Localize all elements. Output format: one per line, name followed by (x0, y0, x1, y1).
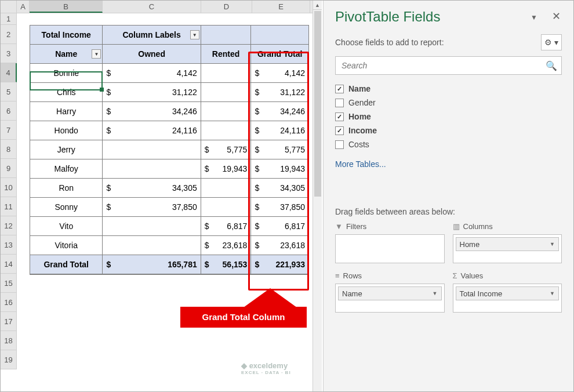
column-header-A[interactable]: A (17, 1, 30, 13)
pivot-rented-9[interactable]: $23,618 (201, 236, 252, 255)
pivot-total-0[interactable]: $4,142 (251, 64, 308, 83)
pivot-rented-8[interactable]: $6,817 (201, 217, 252, 236)
pivot-name-2[interactable]: Harry (30, 102, 103, 121)
pivot-total-7[interactable]: $37,850 (251, 198, 308, 217)
pivot-grand-rented[interactable]: $56,153 (201, 255, 252, 274)
pivot-name-8[interactable]: Vito (30, 217, 103, 236)
row-labels-dropdown-icon[interactable]: ▼ (92, 49, 101, 59)
pivot-name-7[interactable]: Sonny (30, 198, 103, 217)
row-header-19[interactable]: 19 (1, 350, 17, 369)
checkbox-icon[interactable] (335, 99, 344, 107)
pivot-name-3[interactable]: Hondo (30, 121, 103, 140)
pivot-empty-d[interactable] (201, 26, 252, 45)
checkbox-icon[interactable]: ✓ (335, 112, 344, 121)
pivot-grand-total[interactable]: $221,933 (251, 255, 308, 274)
column-labels-dropdown-icon[interactable]: ▼ (190, 30, 199, 39)
row-header-9[interactable]: 9 (1, 159, 17, 178)
checkbox-icon[interactable] (335, 140, 344, 149)
field-item-income[interactable]: ✓Income (335, 124, 562, 137)
pivot-name-6[interactable]: Ron (30, 179, 103, 198)
pivot-empty-e[interactable] (251, 26, 308, 45)
pivot-name-1[interactable]: Chris (30, 83, 103, 102)
pivot-owned-7[interactable]: $37,850 (103, 198, 201, 217)
columns-pill-home[interactable]: Home▼ (456, 237, 560, 251)
checkbox-icon[interactable]: ✓ (335, 85, 344, 93)
column-header-C[interactable]: C (103, 1, 201, 13)
pivot-name-5[interactable]: Malfoy (30, 159, 103, 179)
row-header-12[interactable]: 12 (1, 216, 17, 235)
pivot-col-grandtotal[interactable]: Grand Total (251, 45, 308, 64)
pivot-col-owned[interactable]: Owned (103, 45, 201, 64)
pivot-owned-0[interactable]: $4,142 (103, 64, 201, 83)
row-header-18[interactable]: 18 (1, 331, 17, 350)
pivot-total-5[interactable]: $19,943 (251, 159, 308, 179)
rows-pill-name[interactable]: Name▼ (338, 286, 442, 300)
checkbox-icon[interactable]: ✓ (335, 126, 344, 135)
pivot-owned-2[interactable]: $34,246 (103, 102, 201, 121)
search-input[interactable] (335, 56, 562, 75)
pivot-total-4[interactable]: $5,775 (251, 140, 308, 159)
field-item-name[interactable]: ✓Name (335, 82, 562, 96)
pivot-total-6[interactable]: $34,305 (251, 179, 308, 198)
close-icon[interactable]: ✕ (552, 10, 561, 23)
column-header-D[interactable]: D (201, 1, 252, 13)
row-header-4[interactable]: 4 (1, 63, 17, 82)
field-item-home[interactable]: ✓Home (335, 110, 562, 124)
gear-icon[interactable]: ⚙ ▾ (541, 34, 562, 50)
vertical-scrollbar[interactable]: ▲ (313, 1, 322, 392)
field-item-costs[interactable]: Costs (335, 137, 562, 151)
pivot-total-2[interactable]: $34,246 (251, 102, 308, 121)
pivot-total-8[interactable]: $6,817 (251, 217, 308, 236)
select-all-corner[interactable] (1, 1, 17, 13)
pivot-col-rented[interactable]: Rented (201, 45, 252, 64)
filters-well[interactable] (335, 234, 445, 263)
pivot-column-labels[interactable]: Column Labels ▼ (103, 26, 201, 45)
panel-collapse-icon[interactable]: ▼ (531, 13, 537, 21)
field-item-gender[interactable]: Gender (335, 96, 562, 110)
pivot-rented-4[interactable]: $5,775 (201, 140, 252, 159)
row-header-10[interactable]: 10 (1, 178, 17, 197)
pivot-owned-6[interactable]: $34,305 (103, 179, 201, 198)
pivot-rented-7[interactable] (201, 198, 252, 217)
row-header-7[interactable]: 7 (1, 121, 17, 140)
row-header-13[interactable]: 13 (1, 235, 17, 255)
row-header-16[interactable]: 16 (1, 293, 17, 312)
row-header-1[interactable]: 1 (1, 13, 17, 25)
row-header-2[interactable]: 2 (1, 25, 17, 44)
pivot-owned-5[interactable] (103, 159, 201, 179)
scroll-up-icon[interactable]: ▲ (313, 1, 322, 10)
pivot-total-3[interactable]: $24,116 (251, 121, 308, 140)
pivot-owned-8[interactable] (103, 217, 201, 236)
column-header-E[interactable]: E (252, 1, 310, 13)
row-header-15[interactable]: 15 (1, 274, 17, 293)
pivot-name-0[interactable]: Bonnie (30, 64, 103, 83)
column-header-B[interactable]: B (30, 1, 103, 13)
values-well[interactable]: Total Income▼ (453, 284, 562, 313)
pivot-rented-1[interactable] (201, 83, 252, 102)
pivot-owned-4[interactable] (103, 140, 201, 159)
pivot-owned-1[interactable]: $31,122 (103, 83, 201, 102)
row-header-5[interactable]: 5 (1, 82, 17, 101)
pivot-rented-2[interactable] (201, 102, 252, 121)
row-header-14[interactable]: 14 (1, 255, 17, 274)
more-tables-link[interactable]: More Tables... (335, 156, 562, 172)
pivot-total-9[interactable]: $23,618 (251, 236, 308, 255)
pivot-row-label[interactable]: Name ▼ (30, 45, 103, 64)
pivot-grand-label[interactable]: Grand Total (30, 255, 103, 274)
row-header-8[interactable]: 8 (1, 140, 17, 159)
row-header-17[interactable]: 17 (1, 312, 17, 331)
pivot-rented-5[interactable]: $19,943 (201, 159, 252, 179)
scroll-thumb[interactable] (314, 11, 321, 197)
pivot-rented-3[interactable] (201, 121, 252, 140)
rows-well[interactable]: Name▼ (335, 284, 445, 313)
row-header-6[interactable]: 6 (1, 101, 17, 121)
pivot-name-9[interactable]: Vitoria (30, 236, 103, 255)
pivot-rented-6[interactable] (201, 179, 252, 198)
pivot-rented-0[interactable] (201, 64, 252, 83)
columns-well[interactable]: Home▼ (453, 234, 562, 263)
pivot-name-4[interactable]: Jerry (30, 140, 103, 159)
pivot-total-1[interactable]: $31,122 (251, 83, 308, 102)
values-pill-income[interactable]: Total Income▼ (456, 286, 560, 300)
row-header-11[interactable]: 11 (1, 197, 17, 216)
pivot-owned-3[interactable]: $24,116 (103, 121, 201, 140)
